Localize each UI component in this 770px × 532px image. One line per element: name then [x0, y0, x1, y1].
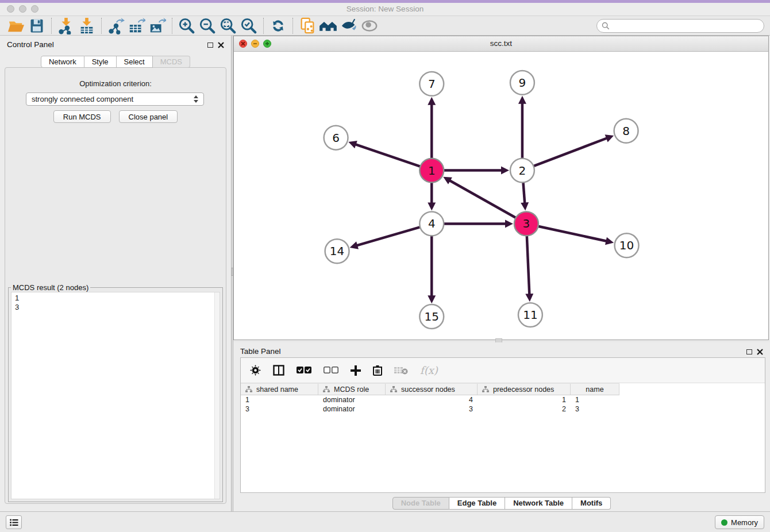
hide-selection-icon[interactable]: [338, 17, 359, 34]
tab-mcds[interactable]: MCDS: [153, 56, 190, 68]
graph-node-1[interactable]: 1: [419, 159, 444, 183]
graph-edge-4-3[interactable]: [441, 219, 513, 228]
graph-node-11[interactable]: 11: [518, 303, 542, 327]
copy-network-icon[interactable]: [297, 17, 318, 34]
network-maximize-icon[interactable]: [263, 40, 271, 48]
table-row[interactable]: 1dominator411: [241, 395, 765, 404]
graph-edge-3-10[interactable]: [536, 226, 614, 245]
open-session-icon[interactable]: [6, 17, 26, 34]
graph-node-4[interactable]: 4: [419, 211, 444, 236]
network-canvas[interactable]: 1234678910111415: [234, 52, 768, 340]
toolbar-separator: [101, 18, 102, 34]
graph-edge-1-2[interactable]: [441, 167, 509, 175]
table-cell-predecessor-nodes[interactable]: 1: [478, 395, 571, 404]
graph-edge-2-8[interactable]: [531, 134, 614, 167]
column-header-shared-name[interactable]: shared name: [241, 384, 318, 395]
graph-node-3[interactable]: 3: [514, 211, 538, 236]
zoom-out-icon[interactable]: [197, 17, 218, 34]
show-column-panel-icon[interactable]: [273, 365, 284, 376]
tab-network[interactable]: Network: [41, 56, 84, 68]
table-cell-shared-name[interactable]: 1: [241, 395, 318, 404]
column-sort-icon: [245, 386, 252, 392]
table-cell-predecessor-nodes[interactable]: 2: [478, 404, 571, 414]
svg-text:10: 10: [619, 238, 634, 252]
task-history-icon[interactable]: [6, 515, 22, 529]
table-cell-successor-nodes[interactable]: 4: [386, 395, 478, 404]
graph-edge-1-7[interactable]: [428, 97, 436, 161]
run-mcds-button[interactable]: Run MCDS: [53, 110, 111, 123]
column-header-name[interactable]: name: [571, 384, 619, 395]
graph-node-15[interactable]: 15: [419, 304, 444, 329]
network-minimize-icon[interactable]: [251, 40, 259, 48]
tab-edge-table[interactable]: Edge Table: [449, 497, 505, 510]
table-settings-icon[interactable]: [250, 365, 261, 376]
tab-select[interactable]: Select: [117, 56, 153, 68]
graph-edge-2-9[interactable]: [518, 96, 526, 161]
column-header-mcds-role[interactable]: MCDS role: [318, 384, 386, 395]
tab-node-table[interactable]: Node Table: [392, 497, 449, 510]
network-graph[interactable]: 1234678910111415: [234, 52, 768, 340]
table-cell-shared-name[interactable]: 3: [241, 404, 318, 414]
table-cell-mcds-role[interactable]: dominator: [318, 404, 386, 414]
graph-node-9[interactable]: 9: [510, 71, 534, 95]
graph-node-7[interactable]: 7: [419, 72, 444, 96]
table-column-header-row: shared nameMCDS rolesuccessor nodesprede…: [241, 383, 619, 395]
close-panel-button[interactable]: Close panel: [119, 110, 178, 123]
graph-edge-3-11[interactable]: [525, 233, 533, 302]
table-cell-name[interactable]: 3: [571, 404, 619, 414]
column-header-successor-nodes[interactable]: successor nodes: [386, 384, 478, 395]
select-all-columns-icon[interactable]: [297, 367, 311, 374]
import-network-icon[interactable]: [56, 17, 76, 34]
close-panel-icon[interactable]: [218, 42, 224, 48]
table-cell-mcds-role[interactable]: dominator: [318, 395, 386, 404]
criterion-select[interactable]: strongly connected component: [26, 92, 204, 106]
graph-edge-4-15[interactable]: [428, 233, 436, 303]
svg-text:2: 2: [519, 164, 526, 178]
import-table-icon[interactable]: [76, 17, 97, 34]
graph-edge-4-14[interactable]: [350, 226, 423, 249]
export-network-icon[interactable]: [106, 17, 126, 34]
export-table-icon[interactable]: [126, 17, 147, 34]
column-header-predecessor-nodes[interactable]: predecessor nodes: [478, 384, 571, 395]
deselect-all-columns-icon[interactable]: [324, 367, 338, 374]
graph-edge-1-6[interactable]: [348, 141, 423, 167]
tab-motifs[interactable]: Motifs: [572, 497, 611, 510]
tab-network-table[interactable]: Network Table: [505, 497, 572, 510]
export-image-icon[interactable]: [147, 17, 168, 34]
memory-button[interactable]: Memory: [715, 515, 764, 529]
table-panel: Table Panel: [233, 342, 770, 511]
delete-column-icon[interactable]: [373, 365, 382, 376]
graph-edge-2-3[interactable]: [521, 180, 529, 211]
graph-node-8[interactable]: 8: [614, 119, 638, 143]
graph-node-6[interactable]: 6: [324, 126, 348, 150]
table-row[interactable]: 3dominator323: [241, 404, 765, 414]
refresh-icon[interactable]: [268, 17, 288, 34]
save-session-icon[interactable]: [26, 17, 47, 34]
zoom-fit-icon[interactable]: [218, 17, 238, 34]
zoom-selected-icon[interactable]: [238, 17, 259, 34]
search-input[interactable]: [613, 21, 759, 30]
table-cell-name[interactable]: 1: [571, 395, 619, 404]
mcds-result-text[interactable]: 1 3: [11, 292, 220, 499]
search-field[interactable]: [596, 19, 764, 33]
add-column-icon[interactable]: [351, 365, 361, 376]
graph-node-10[interactable]: 10: [615, 233, 639, 257]
network-close-icon[interactable]: [239, 40, 247, 48]
network-window-titlebar[interactable]: scc.txt: [234, 36, 768, 52]
graph-node-14[interactable]: 14: [325, 239, 349, 263]
apply-function-icon: f(x): [420, 364, 438, 376]
zoom-in-icon[interactable]: [176, 17, 197, 34]
show-selection-icon[interactable]: [359, 17, 380, 34]
table-cell-successor-nodes[interactable]: 3: [386, 404, 478, 414]
mcds-result-group: MCDS result (2 nodes) 1 3: [8, 283, 223, 502]
tab-style[interactable]: Style: [84, 56, 117, 68]
graph-node-2[interactable]: 2: [510, 159, 534, 183]
float-panel-icon[interactable]: [207, 43, 213, 48]
graph-edge-3-1[interactable]: [443, 177, 518, 219]
graph-edge-1-4[interactable]: [428, 180, 436, 211]
close-table-panel-icon[interactable]: [757, 349, 763, 355]
result-scrollbar[interactable]: [214, 292, 220, 499]
table-tabs: Node TableEdge TableNetwork TableMotifs: [233, 497, 770, 510]
float-table-panel-icon[interactable]: [746, 349, 752, 354]
home-view-icon[interactable]: [318, 17, 338, 34]
